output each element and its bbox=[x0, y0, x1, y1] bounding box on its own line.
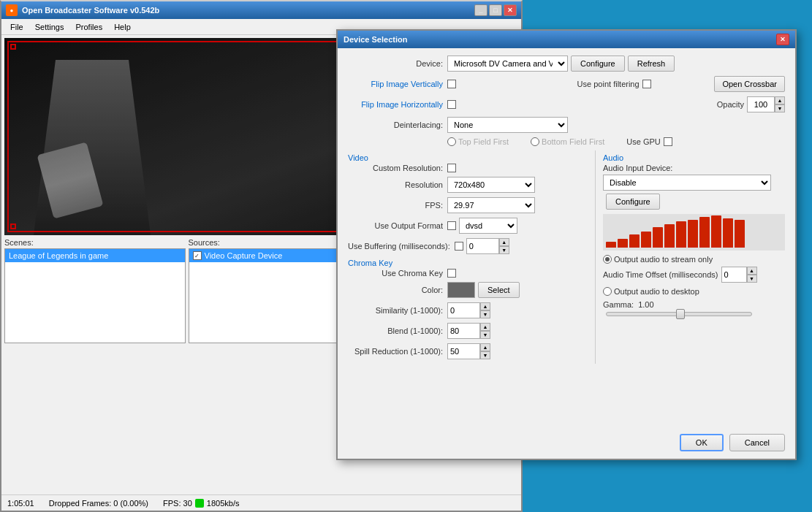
top-field-radio[interactable] bbox=[447, 137, 456, 146]
output-format-row: Use Output Format dvsd bbox=[348, 218, 588, 234]
meter-bar-3 bbox=[641, 232, 651, 248]
meter-bar-7 bbox=[688, 220, 698, 248]
meter-bar-1 bbox=[618, 239, 628, 248]
device-select[interactable]: Microsoft DV Camera and VCR bbox=[447, 56, 568, 72]
buffering-checkbox[interactable] bbox=[455, 242, 463, 251]
bottom-field-radio[interactable] bbox=[531, 137, 539, 146]
custom-res-label: Custom Resolution: bbox=[348, 164, 443, 172]
resolution-select[interactable]: 720x480 bbox=[447, 177, 535, 193]
opacity-input[interactable] bbox=[747, 96, 775, 112]
output-desktop-radio[interactable] bbox=[603, 287, 612, 296]
menu-profiles[interactable]: Profiles bbox=[69, 21, 108, 33]
blend-spin-down[interactable]: ▼ bbox=[480, 331, 490, 339]
audio-time-spin-down[interactable]: ▼ bbox=[747, 275, 757, 283]
scene-item-label: League of Legends in game bbox=[9, 251, 108, 260]
use-chroma-checkbox[interactable] bbox=[447, 269, 456, 278]
right-column: Audio Audio Input Device: Disable Config… bbox=[595, 150, 785, 364]
source-checkbox[interactable] bbox=[193, 251, 202, 260]
blend-input[interactable] bbox=[447, 323, 480, 339]
flip-horiz-row: Flip Image Horizontally Opacity ▲ ▼ bbox=[348, 96, 785, 112]
video-section-header: Video bbox=[348, 153, 588, 162]
spill-spin-down[interactable]: ▼ bbox=[480, 351, 490, 359]
dialog-title: Device Selection bbox=[344, 35, 776, 44]
similarity-spin-up[interactable]: ▲ bbox=[480, 302, 490, 310]
menu-settings[interactable]: Settings bbox=[29, 21, 70, 33]
configure-button[interactable]: Configure bbox=[571, 56, 625, 72]
bottom-field-label: Bottom Field First bbox=[542, 137, 604, 146]
custom-res-row: Custom Resolution: bbox=[348, 164, 588, 172]
buffering-input[interactable] bbox=[466, 238, 499, 254]
resolution-row: Resolution 720x480 bbox=[348, 177, 588, 193]
buffering-spin-down[interactable]: ▼ bbox=[499, 246, 509, 254]
gamma-slider-thumb[interactable] bbox=[676, 309, 685, 319]
opacity-spin-up[interactable]: ▲ bbox=[775, 96, 785, 104]
audio-input-select[interactable]: Disable bbox=[603, 175, 771, 191]
left-column: Video Custom Resolution: Resolution 720x… bbox=[348, 150, 588, 364]
audio-time-row: Audio Time Offset (milliseconds) ▲ ▼ bbox=[603, 267, 785, 283]
opacity-spinner: ▲ ▼ bbox=[747, 96, 785, 112]
refresh-button[interactable]: Refresh bbox=[628, 56, 675, 72]
flip-vertical-row: Flip Image Vertically Use point filterin… bbox=[348, 76, 785, 92]
blend-spin-up[interactable]: ▲ bbox=[480, 323, 490, 331]
flip-horiz-checkbox[interactable] bbox=[447, 100, 456, 109]
spill-input[interactable] bbox=[447, 343, 480, 359]
buffering-label: Use Buffering (milliseconds): bbox=[348, 242, 450, 251]
similarity-spin-down[interactable]: ▼ bbox=[480, 310, 490, 318]
deinterlace-select[interactable]: None bbox=[447, 117, 568, 133]
ok-button[interactable]: OK bbox=[680, 434, 724, 451]
blend-label: Blend (1-1000): bbox=[348, 326, 443, 335]
gamma-label: Gamma: bbox=[603, 300, 634, 309]
maximize-button[interactable]: □ bbox=[489, 4, 502, 16]
dialog-close-button[interactable]: ✕ bbox=[776, 34, 789, 45]
top-field-label: Top Field First bbox=[458, 137, 509, 146]
scenes-list[interactable]: League of Legends in game bbox=[4, 248, 186, 343]
output-format-select[interactable]: dvsd bbox=[459, 218, 517, 234]
minimize-button[interactable]: _ bbox=[474, 4, 487, 16]
audio-time-input[interactable] bbox=[721, 267, 747, 283]
meter-bar-2 bbox=[629, 234, 640, 248]
output-stream-radio[interactable] bbox=[603, 255, 612, 264]
buffering-spin-up[interactable]: ▲ bbox=[499, 238, 509, 246]
menu-file[interactable]: File bbox=[4, 21, 29, 33]
use-chroma-row: Use Chroma Key bbox=[348, 269, 588, 278]
use-chroma-label: Use Chroma Key bbox=[348, 269, 443, 278]
spill-row: Spill Reduction (1-1000): ▲ ▼ bbox=[348, 343, 588, 359]
cancel-button[interactable]: Cancel bbox=[729, 434, 785, 451]
opacity-spin-down[interactable]: ▼ bbox=[775, 104, 785, 112]
use-gpu-checkbox[interactable] bbox=[664, 137, 672, 146]
dialog-footer: OK Cancel bbox=[680, 434, 785, 451]
use-point-filter-checkbox[interactable] bbox=[642, 80, 651, 88]
audio-configure-button[interactable]: Configure bbox=[606, 194, 660, 210]
output-format-checkbox[interactable] bbox=[447, 221, 456, 230]
resolution-label: Resolution bbox=[348, 180, 443, 189]
scene-item[interactable]: League of Legends in game bbox=[5, 249, 185, 262]
menu-help[interactable]: Help bbox=[108, 21, 137, 33]
flip-horiz-label: Flip Image Horizontally bbox=[348, 100, 443, 109]
app-icon: ● bbox=[6, 4, 18, 16]
open-crossbar-button[interactable]: Open Crossbar bbox=[714, 76, 785, 92]
field-row: Top Field First Bottom Field First Use G… bbox=[348, 137, 785, 146]
output-stream-row: Output audio to stream only bbox=[603, 255, 785, 264]
gamma-row: Gamma: 1.00 bbox=[603, 300, 785, 309]
source-item-label: Video Capture Device bbox=[205, 251, 283, 260]
deinterlace-label: Deinterlacing: bbox=[348, 121, 443, 129]
flip-vert-label: Flip Image Vertically bbox=[348, 80, 443, 88]
audio-meter bbox=[603, 214, 785, 251]
flip-vert-checkbox[interactable] bbox=[447, 80, 456, 88]
close-button[interactable]: ✕ bbox=[504, 4, 517, 16]
audio-section-header: Audio bbox=[603, 153, 785, 162]
audio-time-spin-up[interactable]: ▲ bbox=[747, 267, 757, 275]
meter-bar-9 bbox=[711, 215, 721, 248]
dialog-title-bar: Device Selection ✕ bbox=[338, 31, 795, 48]
custom-res-checkbox[interactable] bbox=[447, 164, 456, 172]
scenes-panel: Scenes: League of Legends in game bbox=[4, 238, 186, 366]
fps-indicator: FPS: 30 1805kb/s bbox=[163, 499, 239, 508]
blend-spinner: ▲ ▼ bbox=[447, 323, 490, 339]
select-color-button[interactable]: Select bbox=[478, 282, 520, 298]
similarity-input[interactable] bbox=[447, 302, 480, 318]
main-title-bar: ● Open Broadcaster Software v0.542b _ □ … bbox=[1, 1, 521, 19]
color-swatch[interactable] bbox=[447, 282, 475, 298]
spill-spin-up[interactable]: ▲ bbox=[480, 343, 490, 351]
device-row: Device: Microsoft DV Camera and VCR Conf… bbox=[348, 56, 785, 72]
fps-select[interactable]: 29.97 bbox=[447, 197, 535, 213]
